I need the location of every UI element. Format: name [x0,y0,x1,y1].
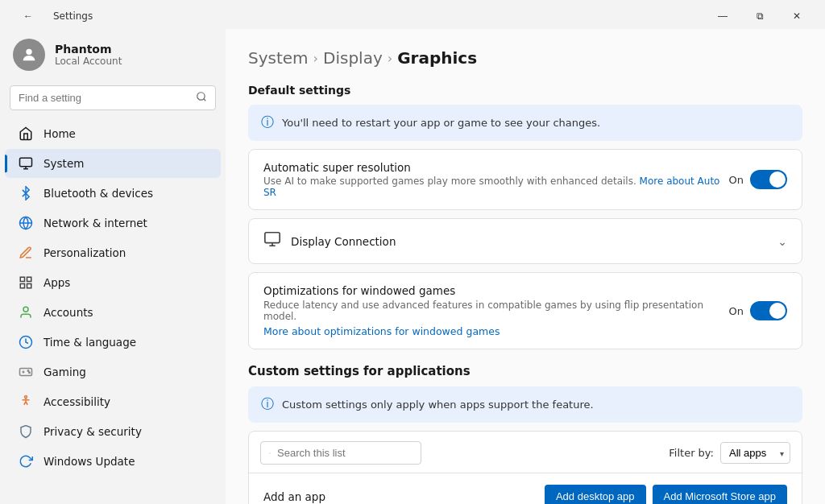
breadcrumb: System › Display › Graphics [248,48,802,68]
auto-sr-row: Automatic super resolution Use AI to mak… [249,150,802,209]
windowed-opt-toggle-label: On [729,305,744,317]
monitor-icon [263,230,281,252]
auto-sr-content: Automatic super resolution Use AI to mak… [263,161,729,198]
windowed-opt-link[interactable]: More about optimizations for windowed ga… [263,325,729,337]
bluetooth-icon [18,185,34,201]
auto-sr-toggle[interactable] [750,170,787,189]
svg-point-0 [26,49,31,55]
add-store-app-button[interactable]: Add Microsoft Store app [653,485,787,504]
apps-icon [18,275,34,291]
sidebar: Phantom Local Account HomeSystemBluetoot… [0,29,226,504]
sidebar-item-gaming[interactable]: Gaming [5,357,221,386]
sidebar-item-label-personalization: Personalization [44,246,126,259]
svg-rect-9 [27,277,31,281]
app-body: Phantom Local Account HomeSystemBluetoot… [0,29,825,504]
sidebar-item-label-home: Home [44,127,76,140]
back-button[interactable]: ← [10,3,47,29]
sidebar-item-accessibility[interactable]: Accessibility [5,387,221,416]
breadcrumb-current: Graphics [397,48,477,68]
auto-sr-title: Automatic super resolution [263,161,729,174]
filter-select[interactable]: All apps [720,442,790,464]
breadcrumb-sep-1: › [313,51,318,66]
sidebar-item-system[interactable]: System [5,149,221,178]
windowed-opt-desc: Reduce latency and use advanced features… [263,300,729,322]
system-icon [18,155,34,171]
custom-info-text: Custom settings only apply when apps sup… [282,399,594,411]
close-button[interactable]: ✕ [778,3,815,29]
sidebar-item-time[interactable]: Time & language [5,328,221,357]
display-connection-row[interactable]: Display Connection ⌄ [249,219,802,263]
user-section[interactable]: Phantom Local Account [0,29,226,81]
svg-point-1 [197,93,205,100]
sidebar-item-apps[interactable]: Apps [5,268,221,297]
breadcrumb-system[interactable]: System [248,48,309,68]
accessibility-icon [18,394,34,410]
windowed-opt-row: Optimizations for windowed games Reduce … [249,273,802,349]
windowed-opt-toggle[interactable] [750,301,787,320]
restart-info-banner: ⓘ You'll need to restart your app or gam… [248,105,802,141]
user-sub: Local Account [55,56,122,67]
sidebar-item-label-privacy: Privacy & security [44,425,142,438]
auto-sr-card: Automatic super resolution Use AI to mak… [248,149,802,210]
svg-point-18 [29,372,31,374]
filter-label: Filter by: [669,447,714,459]
network-icon [18,215,34,231]
windowed-opt-title: Optimizations for windowed games [263,284,729,297]
gaming-icon [18,364,34,380]
windowed-opt-content: Optimizations for windowed games Reduce … [263,284,729,337]
custom-info-banner: ⓘ Custom settings only apply when apps s… [248,386,802,423]
sidebar-item-label-accounts: Accounts [44,306,93,319]
info-icon: ⓘ [261,114,274,131]
display-connection-left: Display Connection [263,230,396,252]
user-info: Phantom Local Account [55,43,122,67]
main-content: System › Display › Graphics Default sett… [226,29,825,504]
filter-wrapper: All apps ▾ [720,442,790,464]
sidebar-search-box[interactable] [10,85,216,110]
nav-list: HomeSystemBluetooth & devicesNetwork & i… [0,118,226,477]
sidebar-item-bluetooth[interactable]: Bluetooth & devices [5,179,221,208]
search-icon [196,91,207,105]
sidebar-item-label-update: Windows Update [44,455,135,468]
svg-rect-10 [27,284,31,288]
search-list-icon [269,448,271,459]
add-desktop-app-button[interactable]: Add desktop app [545,485,646,504]
personalization-icon [18,245,34,261]
sidebar-item-network[interactable]: Network & internet [5,209,221,238]
sidebar-search-input[interactable] [19,92,189,104]
svg-point-24 [269,452,270,453]
chevron-down-icon: ⌄ [777,235,787,248]
svg-point-12 [23,307,28,312]
search-list-input[interactable] [277,447,412,459]
accounts-icon [18,304,34,320]
sidebar-item-label-time: Time & language [44,336,136,349]
windowed-optimizations-card: Optimizations for windowed games Reduce … [248,272,802,349]
sidebar-item-update[interactable]: Windows Update [5,447,221,476]
add-app-buttons: Add desktop app Add Microsoft Store app [545,485,787,504]
svg-rect-8 [20,277,24,281]
title-bar: ← Settings — ⧉ ✕ [0,0,825,29]
add-app-row: Add an app Add desktop app Add Microsoft… [249,473,802,504]
minimize-button[interactable]: — [704,3,741,29]
svg-line-2 [204,99,206,101]
sidebar-item-label-bluetooth: Bluetooth & devices [44,187,153,200]
svg-rect-11 [20,284,24,288]
svg-rect-3 [20,158,32,167]
sidebar-item-privacy[interactable]: Privacy & security [5,417,221,446]
update-icon [18,453,34,469]
sidebar-item-accounts[interactable]: Accounts [5,298,221,327]
svg-point-17 [27,370,29,372]
maximize-button[interactable]: ⧉ [741,3,778,29]
display-connection-title: Display Connection [291,235,396,248]
windowed-opt-toggle-container: On [729,301,787,320]
sidebar-item-label-system: System [44,157,84,170]
search-filter-row: Filter by: All apps ▾ [249,432,802,473]
sidebar-item-personalization[interactable]: Personalization [5,238,221,267]
sidebar-item-home[interactable]: Home [5,119,221,148]
breadcrumb-sep-2: › [388,51,392,66]
sidebar-item-label-network: Network & internet [44,217,147,229]
home-icon [18,126,34,142]
search-list-box[interactable] [260,441,421,465]
breadcrumb-display[interactable]: Display [323,48,383,68]
auto-sr-desc-text: Use AI to make supported games play more… [263,176,636,187]
svg-rect-21 [265,233,280,243]
